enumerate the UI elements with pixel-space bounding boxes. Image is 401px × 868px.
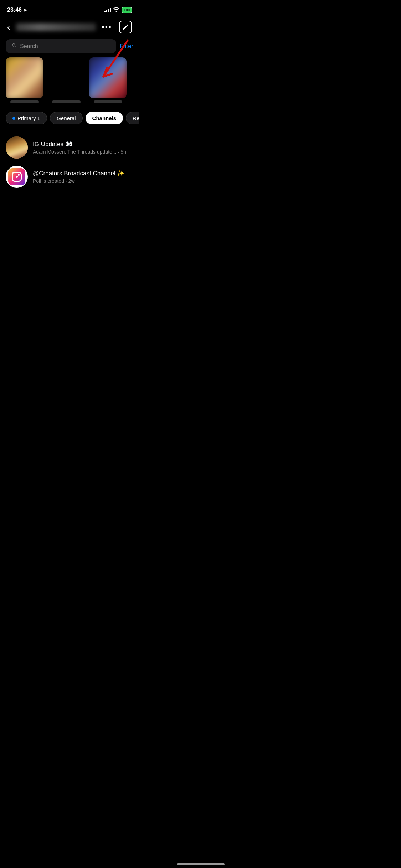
tab-general-label: General bbox=[57, 115, 76, 121]
channel-preview-text: Poll is created bbox=[33, 178, 64, 184]
nav-actions: ••• bbox=[102, 21, 132, 33]
compose-button[interactable] bbox=[119, 21, 132, 33]
time-display: 23:46 bbox=[7, 7, 22, 13]
channel-time-separator: · bbox=[66, 178, 68, 184]
ig-logo-dot bbox=[18, 174, 20, 176]
channel-time-separator: · bbox=[118, 149, 120, 155]
story-item[interactable] bbox=[89, 57, 127, 103]
story-avatar-3 bbox=[89, 57, 127, 98]
ig-logo bbox=[8, 168, 25, 185]
tab-primary[interactable]: Primary 1 bbox=[6, 112, 47, 124]
tab-channels[interactable]: Channels bbox=[86, 112, 123, 124]
channel-name-creators: @Creators Broadcast Channel ✨ bbox=[33, 170, 133, 177]
story-name bbox=[94, 100, 122, 103]
channel-preview-ig-updates: Adam Mosseri: The Threads update... · 5h bbox=[33, 149, 133, 155]
story-name bbox=[10, 100, 39, 103]
channel-item-creators[interactable]: @Creators Broadcast Channel ✨ Poll is cr… bbox=[6, 162, 133, 191]
location-icon: ➤ bbox=[23, 7, 27, 13]
channel-list: IG Updates 👀 Adam Mosseri: The Threads u… bbox=[0, 130, 139, 194]
stories-row bbox=[0, 57, 139, 109]
channel-item-ig-updates[interactable]: IG Updates 👀 Adam Mosseri: The Threads u… bbox=[6, 133, 133, 162]
channel-preview-creators: Poll is created · 2w bbox=[33, 178, 133, 184]
channel-info-ig-updates: IG Updates 👀 Adam Mosseri: The Threads u… bbox=[33, 140, 133, 155]
story-avatar-2 bbox=[47, 57, 85, 98]
ig-logo-inner bbox=[12, 172, 22, 182]
tabs-row: Primary 1 General Channels Requests bbox=[0, 109, 139, 130]
story-avatar-1 bbox=[6, 57, 43, 98]
nav-title-blurred bbox=[16, 23, 96, 31]
tab-channels-label: Channels bbox=[92, 115, 117, 121]
tab-requests-label: Requests bbox=[133, 115, 139, 121]
channel-time: 2w bbox=[68, 178, 75, 184]
filter-button[interactable]: Filter bbox=[120, 43, 133, 50]
status-icons: 100 bbox=[104, 7, 132, 13]
nav-header: ‹ ••• bbox=[0, 18, 139, 38]
channel-name-ig-updates: IG Updates 👀 bbox=[33, 140, 133, 148]
channel-avatar-creators bbox=[6, 166, 28, 188]
tab-dot bbox=[12, 117, 15, 120]
tab-general[interactable]: General bbox=[50, 112, 82, 124]
search-bar[interactable]: Search bbox=[6, 39, 116, 53]
search-icon bbox=[11, 43, 17, 50]
tab-requests[interactable]: Requests bbox=[126, 112, 139, 124]
channel-avatar-ig-updates bbox=[6, 136, 28, 159]
back-button[interactable]: ‹ bbox=[7, 22, 10, 33]
search-container: Search Filter bbox=[0, 38, 139, 57]
compose-icon bbox=[122, 24, 129, 31]
more-button[interactable]: ••• bbox=[102, 22, 112, 32]
status-bar: 23:46 ➤ 100 bbox=[0, 0, 139, 18]
channel-time: 5h bbox=[120, 149, 126, 155]
status-time: 23:46 ➤ bbox=[7, 7, 27, 13]
story-item[interactable] bbox=[6, 57, 43, 103]
channel-preview-text: Adam Mosseri: The Threads update... bbox=[33, 149, 117, 155]
channel-info-creators: @Creators Broadcast Channel ✨ Poll is cr… bbox=[33, 170, 133, 184]
search-placeholder: Search bbox=[20, 43, 38, 50]
tab-primary-label: Primary 1 bbox=[17, 115, 40, 121]
story-item[interactable] bbox=[47, 57, 85, 103]
battery-icon: 100 bbox=[122, 7, 132, 13]
story-name bbox=[52, 100, 81, 103]
wifi-icon bbox=[113, 7, 119, 13]
signal-icon bbox=[104, 7, 111, 12]
